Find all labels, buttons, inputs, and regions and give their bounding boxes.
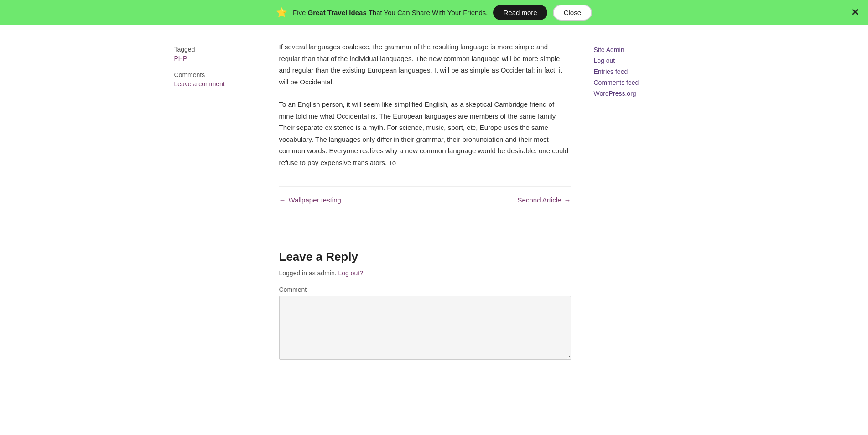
close-button[interactable]: Close	[553, 5, 592, 21]
article-paragraph-2: To an English person, it will seem like …	[279, 98, 571, 168]
log-out-link[interactable]: Log out	[594, 57, 615, 64]
next-arrow-icon: →	[564, 196, 571, 204]
comment-textarea[interactable]	[279, 296, 571, 360]
comments-label: Comments	[174, 71, 252, 78]
sidebar-right-link-item-entries-feed: Entries feed	[594, 67, 694, 76]
article-paragraph-1: If several languages coalesce, the gramm…	[279, 41, 571, 88]
main-content: If several languages coalesce, the gramm…	[279, 32, 571, 389]
article-body: If several languages coalesce, the gramm…	[279, 41, 571, 168]
prev-arrow-icon: ←	[279, 196, 286, 204]
logout-link[interactable]: Log out?	[338, 269, 363, 277]
notif-text-after: That You Can Share With Your Friends.	[367, 9, 488, 16]
sidebar-left: Tagged PHP Comments Leave a comment	[161, 32, 261, 389]
site-admin-link[interactable]: Site Admin	[594, 46, 624, 53]
sidebar-right-link-item-wordpress-org: WordPress.org	[594, 89, 694, 98]
sidebar-right-link-item-site-admin: Site Admin	[594, 46, 694, 54]
dismiss-button[interactable]: ✕	[851, 7, 859, 18]
sidebar-right: Site Admin Log out Entries feed Comments…	[589, 32, 708, 389]
entries-feed-link[interactable]: Entries feed	[594, 68, 628, 75]
notification-bar: ⭐ Five Great Travel Ideas That You Can S…	[0, 0, 868, 25]
notif-text-before: Five	[293, 9, 308, 16]
next-post-link[interactable]: Second Article →	[518, 196, 571, 204]
wordpress-org-link[interactable]: WordPress.org	[594, 90, 636, 97]
comments-section: Comments Leave a comment	[174, 71, 252, 88]
comment-label: Comment	[279, 286, 571, 293]
post-navigation: ← Wallpaper testing Second Article →	[279, 186, 571, 213]
prev-post-label: Wallpaper testing	[289, 196, 341, 204]
leave-reply-section: Leave a Reply Logged in as admin. Log ou…	[279, 250, 571, 380]
tagged-label: Tagged	[174, 46, 252, 53]
notif-text-bold: Great Travel Ideas	[307, 9, 366, 16]
logged-in-prefix: Logged in as admin.	[279, 269, 337, 277]
logged-in-text: Logged in as admin. Log out?	[279, 269, 571, 277]
read-more-button[interactable]: Read more	[493, 5, 547, 20]
prev-post-link[interactable]: ← Wallpaper testing	[279, 196, 341, 204]
notification-text: Five Great Travel Ideas That You Can Sha…	[293, 9, 488, 16]
page-wrapper: Tagged PHP Comments Leave a comment If s…	[161, 0, 708, 389]
leave-comment-link[interactable]: Leave a comment	[174, 80, 252, 88]
sidebar-right-link-item-logout: Log out	[594, 57, 694, 65]
comments-feed-link[interactable]: Comments feed	[594, 79, 639, 86]
sidebar-right-links: Site Admin Log out Entries feed Comments…	[594, 46, 694, 98]
tagged-section: Tagged PHP	[174, 46, 252, 62]
leave-reply-title: Leave a Reply	[279, 250, 571, 264]
sidebar-right-link-item-comments-feed: Comments feed	[594, 78, 694, 87]
next-post-label: Second Article	[518, 196, 561, 204]
star-icon: ⭐	[276, 7, 287, 18]
tagged-value-php[interactable]: PHP	[174, 55, 252, 62]
